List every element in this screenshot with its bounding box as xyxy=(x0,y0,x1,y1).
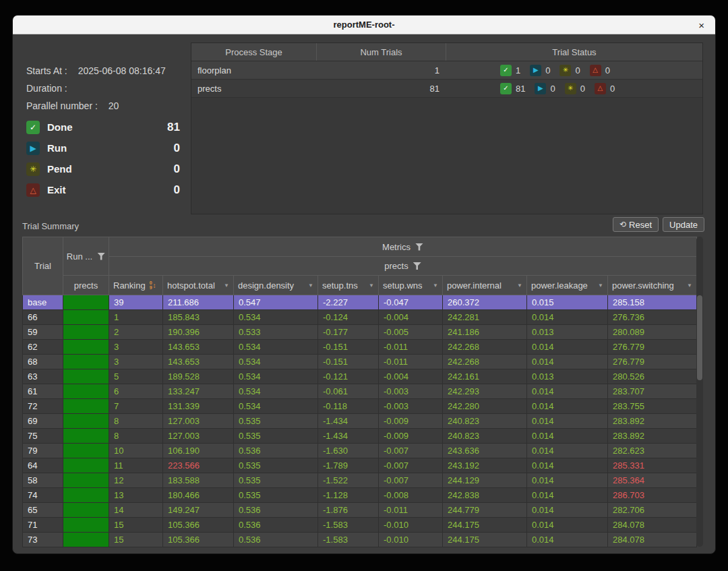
trial-id-cell[interactable]: base xyxy=(23,295,63,310)
num-trials-column-header[interactable]: Num Trials xyxy=(317,43,446,61)
run-status-cell[interactable] xyxy=(63,355,109,369)
trial-row-63[interactable]: 635189.5280.534-0.121-0.004242.1610.0132… xyxy=(23,369,697,384)
run-status-cell[interactable] xyxy=(63,340,109,355)
trial-row-71[interactable]: 7115105.3660.536-1.583-0.010244.1750.014… xyxy=(23,518,697,533)
trial-id-cell[interactable]: 71 xyxy=(23,518,63,533)
close-icon[interactable]: × xyxy=(698,16,704,34)
trial-row-73[interactable]: 7315105.3660.536-1.583-0.010244.1750.014… xyxy=(23,533,697,547)
run-status-cell[interactable] xyxy=(63,399,109,414)
trial-id-cell[interactable]: 59 xyxy=(23,325,63,340)
column-dropdown-icon[interactable]: ▼ xyxy=(598,282,603,289)
counter-row-exit: △Exit0 xyxy=(26,179,180,200)
run-status-cell[interactable] xyxy=(63,325,109,340)
trial-row-68[interactable]: 683143.6530.534-0.151-0.011242.2680.0142… xyxy=(23,355,697,369)
process-stage-column-header[interactable]: Process Stage xyxy=(191,43,317,61)
trial-id-cell[interactable]: 61 xyxy=(23,384,63,399)
run-sub-header[interactable]: prects xyxy=(63,276,109,295)
column-header-design.density[interactable]: design.density▼ xyxy=(234,276,318,295)
trial-row-75[interactable]: 758127.0030.535-1.434-0.009240.8230.0142… xyxy=(23,429,697,444)
trial-id-cell[interactable]: 75 xyxy=(23,429,63,444)
metric-cell-design.density: 0.534 xyxy=(234,369,318,384)
trial-row-64[interactable]: 6411223.5660.535-1.789-0.007243.1920.014… xyxy=(23,458,697,473)
trial-row-74[interactable]: 7413180.4660.535-1.128-0.008242.8380.014… xyxy=(23,488,697,503)
column-header-power.switching[interactable]: power.switching▼ xyxy=(608,276,697,295)
stage-row-prects[interactable]: prects81✓81▶0✳0△0 xyxy=(191,80,702,98)
trial-id-cell[interactable]: 66 xyxy=(23,310,63,325)
column-header-power.leakage[interactable]: power.leakage▼ xyxy=(527,276,608,295)
trial-id-cell[interactable]: 65 xyxy=(23,503,63,518)
trial-row-61[interactable]: 616133.2470.534-0.061-0.003242.2930.0142… xyxy=(23,384,697,399)
metric-cell-power.internal: 242.838 xyxy=(443,488,527,503)
column-header-power.internal[interactable]: power.internal▼ xyxy=(443,276,527,295)
metric-cell-power.leakage: 0.014 xyxy=(527,340,608,355)
metric-columns-row: prects Ranking09↕hotspot.total▼design.de… xyxy=(23,276,697,295)
run-column-header[interactable]: Run ... xyxy=(63,237,109,276)
run-status-cell[interactable] xyxy=(63,384,109,399)
vertical-scrollbar[interactable] xyxy=(696,237,703,547)
trial-row-69[interactable]: 698127.0030.535-1.434-0.009240.8230.0142… xyxy=(23,414,697,429)
trial-status-cell: ✓1▶0✳0△0 xyxy=(446,65,702,76)
column-header-setup.tns[interactable]: setup.tns▼ xyxy=(318,276,379,295)
trial-id-cell[interactable]: 68 xyxy=(23,355,63,369)
run-status-cell[interactable] xyxy=(63,444,109,458)
metrics-group-header[interactable]: Metrics xyxy=(109,237,697,257)
run-status-cell[interactable] xyxy=(63,503,109,518)
stage-row-floorplan[interactable]: floorplan1✓1▶0✳0△0 xyxy=(191,61,702,80)
scrollbar-thumb[interactable] xyxy=(697,295,702,380)
trial-row-base[interactable]: base39211.6860.547-2.227-0.047260.3720.0… xyxy=(23,295,697,310)
trial-row-59[interactable]: 592190.3960.533-0.177-0.005241.1860.0132… xyxy=(23,325,697,340)
stage-filter-icon[interactable] xyxy=(413,262,421,270)
trial-id-cell[interactable]: 64 xyxy=(23,458,63,473)
trial-id-cell[interactable]: 63 xyxy=(23,369,63,384)
trial-row-62[interactable]: 623143.6530.534-0.151-0.011242.2680.0142… xyxy=(23,340,697,355)
column-dropdown-icon[interactable]: ▼ xyxy=(517,282,522,289)
metric-cell-setup.tns: -1.583 xyxy=(318,533,379,547)
trial-row-65[interactable]: 6514149.2470.536-1.876-0.011244.7790.014… xyxy=(23,503,697,518)
run-status-cell[interactable] xyxy=(63,295,109,310)
trial-id-cell[interactable]: 69 xyxy=(23,414,63,429)
run-status-cell[interactable] xyxy=(63,458,109,473)
column-header-Ranking[interactable]: Ranking09↕ xyxy=(109,276,163,295)
metric-cell-hotspot.total: 127.003 xyxy=(163,429,234,444)
titlebar[interactable]: reportME-root- × xyxy=(13,16,715,34)
column-dropdown-icon[interactable]: ▼ xyxy=(433,282,438,289)
column-dropdown-icon[interactable]: ▼ xyxy=(369,282,374,289)
column-dropdown-icon[interactable]: ▼ xyxy=(308,282,313,289)
run-status-cell[interactable] xyxy=(63,310,109,325)
run-status-cell[interactable] xyxy=(63,369,109,384)
column-header-hotspot.total[interactable]: hotspot.total▼ xyxy=(163,276,234,295)
update-button[interactable]: Update xyxy=(663,217,704,232)
run-status-cell[interactable] xyxy=(63,414,109,429)
trial-row-79[interactable]: 7910106.1900.536-1.630-0.007243.6360.014… xyxy=(23,444,697,458)
run-status-cell[interactable] xyxy=(63,518,109,533)
run-status-cell[interactable] xyxy=(63,429,109,444)
trial-row-58[interactable]: 5812183.5880.535-1.522-0.007244.1290.014… xyxy=(23,473,697,488)
trial-column-header[interactable]: Trial xyxy=(23,237,63,295)
reset-button[interactable]: ⟲Reset xyxy=(613,217,659,232)
metric-cell-Ranking: 11 xyxy=(109,458,163,473)
trial-id-cell[interactable]: 72 xyxy=(23,399,63,414)
trial-id-cell[interactable]: 74 xyxy=(23,488,63,503)
trial-row-66[interactable]: 661185.8430.534-0.124-0.004242.2810.0142… xyxy=(23,310,697,325)
trial-status-column-header[interactable]: Trial Status xyxy=(446,43,702,61)
stage-group-header[interactable]: prects xyxy=(109,257,697,276)
trial-id-cell[interactable]: 58 xyxy=(23,473,63,488)
trial-id-cell[interactable]: 73 xyxy=(23,533,63,547)
trial-id-cell[interactable]: 79 xyxy=(23,444,63,458)
metric-cell-setup.tns: -1.630 xyxy=(318,444,379,458)
run-status-cell[interactable] xyxy=(63,533,109,547)
done-icon: ✓ xyxy=(26,121,40,134)
column-header-setup.wns[interactable]: setup.wns▼ xyxy=(379,276,443,295)
column-dropdown-icon[interactable]: ▼ xyxy=(224,282,229,289)
trial-row-72[interactable]: 727131.3390.534-0.118-0.003242.2800.0142… xyxy=(23,399,697,414)
trial-id-cell[interactable]: 62 xyxy=(23,340,63,355)
run-filter-icon[interactable] xyxy=(97,253,105,260)
metrics-filter-icon[interactable] xyxy=(415,243,423,251)
column-dropdown-icon[interactable]: ▼ xyxy=(687,282,692,289)
metric-cell-setup.wns: -0.007 xyxy=(379,444,443,458)
column-label: design.density xyxy=(238,280,294,291)
numeric-sort-icon[interactable]: 09↕ xyxy=(150,280,156,290)
run-status-cell[interactable] xyxy=(63,488,109,503)
run-status-cell[interactable] xyxy=(63,473,109,488)
counter-row-done: ✓Done81 xyxy=(26,117,180,138)
